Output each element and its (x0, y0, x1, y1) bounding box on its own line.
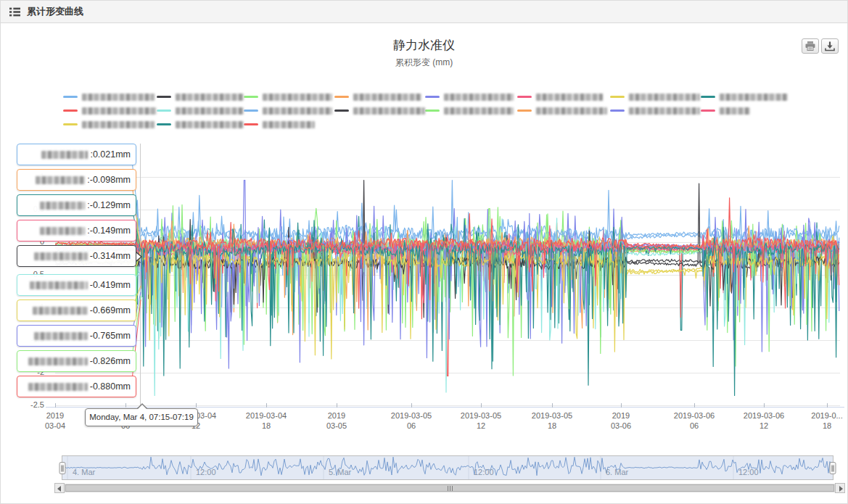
series-tooltip: -0.669mm (17, 299, 136, 321)
legend-label-redacted (444, 94, 514, 101)
legend-marker-icon (701, 96, 715, 98)
legend-item[interactable] (701, 91, 788, 102)
series-tooltip: -0.314mm (17, 245, 136, 267)
series-tooltip: :-0.129mm (17, 194, 136, 216)
legend-label-redacted (353, 107, 425, 115)
navigator-axis-label: 5. Mar (329, 468, 351, 476)
legend-marker-icon (157, 96, 171, 98)
series-tooltip: :-0.098mm (17, 169, 136, 191)
legend-marker-icon (517, 110, 532, 112)
legend-label-redacted (263, 107, 332, 115)
legend-item[interactable] (63, 91, 157, 102)
navigator-handle-left[interactable] (59, 463, 65, 474)
tooltip-value: -0.669mm (90, 305, 131, 315)
tooltip-value: -0.419mm (90, 280, 131, 290)
legend-item[interactable] (63, 119, 157, 130)
legend-row (63, 91, 796, 102)
legend-label-redacted (629, 107, 700, 115)
x-axis-tooltip: Monday, Mar 4, 07:15-07:19 (85, 408, 198, 426)
series-tooltip: :0.021mm (17, 144, 136, 165)
legend-label-redacted (720, 94, 788, 101)
legend-label-redacted (176, 121, 244, 128)
legend-item[interactable] (244, 119, 334, 130)
left-arrow-icon (57, 486, 61, 492)
legend-item[interactable] (425, 105, 517, 116)
legend-label-redacted (536, 94, 603, 101)
legend-label-redacted (176, 94, 244, 101)
legend-marker-icon (244, 123, 258, 125)
legend-item[interactable] (157, 91, 244, 102)
tooltip-series-name-redacted (30, 281, 88, 289)
legend-label-redacted (629, 94, 700, 101)
scrollbar-right-button[interactable] (835, 483, 845, 493)
tooltip-series-name-redacted (28, 358, 88, 365)
topbar: 累计形变曲线 (1, 1, 847, 23)
x-axis-label-line1: 2019 (293, 411, 380, 421)
legend-marker-icon (425, 96, 440, 98)
legend-label-redacted (82, 107, 157, 115)
x-axis-label-line2: 18 (783, 421, 848, 431)
legend-row (63, 119, 796, 130)
download-icon (824, 41, 836, 51)
legend-item[interactable] (610, 91, 701, 102)
x-axis-label: 2019-0...18 (783, 411, 848, 431)
legend-marker-icon (63, 96, 78, 98)
series-tooltip: :-0.149mm (17, 220, 136, 241)
series-tooltip: -0.826mm (17, 350, 136, 372)
series-tooltip: -0.880mm (17, 376, 136, 397)
legend-label-redacted (82, 94, 155, 101)
legend-item[interactable] (157, 119, 244, 130)
tooltip-series-name-redacted (33, 307, 88, 315)
legend-marker-icon (610, 96, 625, 98)
legend-item[interactable] (334, 91, 425, 102)
legend-marker-icon (610, 110, 625, 112)
legend-marker-icon (244, 96, 258, 98)
x-axis-label-line2: 03-05 (293, 421, 380, 431)
x-axis-label: 201903-05 (293, 411, 380, 431)
legend-label-redacted (444, 107, 514, 115)
chart-title: 静力水准仪 (1, 37, 847, 54)
legend-item[interactable] (517, 105, 610, 116)
legend-item[interactable] (244, 91, 334, 102)
scrollbar-track[interactable] (65, 484, 835, 492)
navigator-axis-label: 4. Mar (73, 468, 95, 476)
legend-marker-icon (425, 110, 440, 112)
legend-item[interactable] (244, 105, 334, 116)
scrollbar-thumb[interactable] (65, 484, 834, 492)
legend (63, 91, 796, 133)
legend-item[interactable] (63, 105, 157, 116)
print-button[interactable] (802, 38, 819, 54)
tooltip-series-name-redacted (28, 383, 88, 391)
series-tooltip: -0.419mm (17, 274, 136, 296)
legend-marker-icon (244, 110, 258, 112)
legend-marker-icon (157, 123, 171, 125)
scrollbar[interactable] (1, 483, 847, 493)
tooltip-series-name-redacted (40, 202, 85, 210)
legend-label-redacted (720, 107, 750, 115)
grip-icon (452, 486, 453, 491)
x-axis-label-line1: 2019-0... (783, 411, 848, 421)
grip-icon (448, 486, 448, 491)
tooltip-series-name-redacted (34, 252, 88, 260)
scrollbar-left-button[interactable] (54, 483, 65, 493)
navigator-handle-right[interactable] (830, 463, 836, 474)
app-window: 累计形变曲线 静力水准仪 累积形变 (mm) 10.50-0.5-1-1.5-2… (0, 0, 848, 504)
series-tooltip: -0.765mm (17, 325, 136, 347)
legend-item[interactable] (334, 105, 425, 116)
tooltip-value: :-0.149mm (87, 226, 131, 236)
legend-marker-icon (701, 110, 715, 112)
tooltip-value: -0.765mm (90, 331, 131, 341)
legend-item[interactable] (157, 105, 244, 116)
legend-item[interactable] (701, 105, 788, 116)
download-button[interactable] (821, 38, 839, 54)
tooltip-value: :0.021mm (90, 149, 131, 160)
legend-item[interactable] (517, 91, 610, 102)
tooltip-series-name-redacted (40, 227, 85, 235)
tooltip-series-name-redacted (36, 176, 85, 184)
y-axis-label: -2.5 (5, 400, 44, 410)
legend-item[interactable] (425, 91, 517, 102)
legend-label-redacted (536, 107, 607, 115)
legend-item[interactable] (610, 105, 701, 116)
tooltip-series-name-redacted (34, 332, 88, 340)
legend-label-redacted (263, 121, 315, 128)
